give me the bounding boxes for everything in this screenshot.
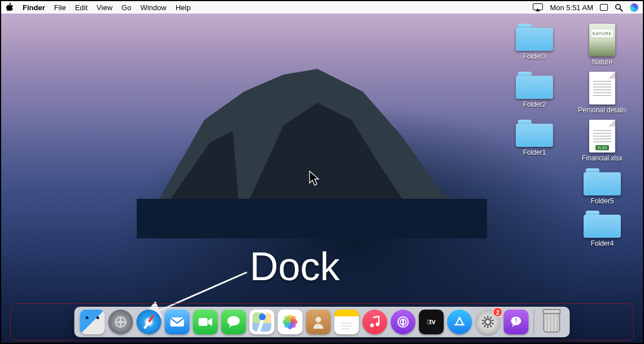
svg-marker-1 xyxy=(159,69,453,199)
svg-line-37 xyxy=(482,323,484,324)
dock-facetime-icon[interactable] xyxy=(193,310,218,334)
desktop-icon-folder4[interactable]: Folder4 xyxy=(568,211,636,247)
spreadsheet-file-icon: XLSX xyxy=(589,120,615,153)
svg-point-23 xyxy=(370,324,373,327)
svg-point-29 xyxy=(485,319,491,325)
battery-icon[interactable] xyxy=(600,4,608,11)
svg-line-32 xyxy=(491,320,494,321)
dock-launchpad-icon[interactable] xyxy=(108,310,133,334)
folder-icon xyxy=(516,24,553,51)
menu-file[interactable]: File xyxy=(54,3,66,12)
dock-music-icon[interactable] xyxy=(363,310,388,334)
svg-point-19 xyxy=(316,317,321,323)
dock-tv-icon[interactable]: tv xyxy=(419,310,444,334)
menu-edit[interactable]: Edit xyxy=(75,3,88,12)
dock-maps-icon[interactable] xyxy=(250,310,275,334)
svg-point-17 xyxy=(228,316,240,326)
svg-marker-18 xyxy=(229,324,233,328)
document-file-icon xyxy=(589,72,615,104)
dock-feedback-icon[interactable]: ! xyxy=(504,310,529,334)
desktop-icon-label: Financial.xlsx xyxy=(582,155,623,162)
svg-line-34 xyxy=(490,325,491,327)
desktop-icon-folder5[interactable]: Folder5 xyxy=(568,168,636,205)
desktop-icons-area: Folder3NATURENatureFolder2Personal detai… xyxy=(501,24,636,247)
folder-icon xyxy=(516,120,553,147)
svg-line-36 xyxy=(484,325,485,327)
svg-line-33 xyxy=(491,323,494,324)
svg-marker-3 xyxy=(171,131,238,199)
dock-messages-icon[interactable] xyxy=(221,310,246,334)
svg-marker-0 xyxy=(137,199,487,238)
menu-clock[interactable]: Mon 5:51 AM xyxy=(550,3,593,12)
mouse-cursor-icon xyxy=(309,171,321,186)
dock-mail-icon[interactable] xyxy=(165,310,190,334)
menu-view[interactable]: View xyxy=(97,3,112,12)
desktop-icon-personal-details[interactable]: Personal details xyxy=(568,72,636,114)
svg-point-27 xyxy=(402,320,404,322)
desktop-icon-folder3[interactable]: Folder3 xyxy=(501,24,568,66)
menu-bar: Finder File Edit View Go Window Help Mon… xyxy=(1,1,643,14)
dock-photos-icon[interactable] xyxy=(278,310,303,334)
svg-line-7 xyxy=(620,8,623,11)
svg-marker-41 xyxy=(512,324,516,327)
macos-desktop[interactable]: Finder File Edit View Go Window Help Mon… xyxy=(0,0,644,344)
desktop-icon-folder1[interactable]: Folder1 xyxy=(501,120,568,162)
dock-podcasts-icon[interactable] xyxy=(391,310,416,334)
svg-line-39 xyxy=(484,317,485,319)
dock-notes-icon[interactable] xyxy=(334,310,359,334)
desktop-icon-label: Folder2 xyxy=(523,101,546,108)
svg-point-24 xyxy=(376,323,379,326)
desktop-icon-label: Personal details xyxy=(578,107,626,114)
siri-icon[interactable] xyxy=(630,3,638,12)
folder-icon xyxy=(584,211,621,238)
dock-appstore-icon[interactable] xyxy=(447,310,472,334)
annotation-text: Dock xyxy=(250,244,340,289)
svg-rect-28 xyxy=(402,322,404,326)
desktop-icon-label: Folder3 xyxy=(523,53,546,60)
menu-help[interactable]: Help xyxy=(176,3,191,12)
menu-app-name[interactable]: Finder xyxy=(23,3,45,12)
dock-badge: 2 xyxy=(493,307,503,317)
apple-menu-icon[interactable] xyxy=(6,3,14,12)
desktop-icon-label: Nature xyxy=(592,59,612,66)
desktop-icon-nature[interactable]: NATURENature xyxy=(568,24,636,66)
dock-contacts-icon[interactable] xyxy=(306,310,331,334)
menu-window[interactable]: Window xyxy=(140,3,166,12)
annotation-dock-label: Dock xyxy=(148,244,430,309)
menu-go[interactable]: Go xyxy=(121,3,131,12)
desktop-icon-label: Folder4 xyxy=(591,240,614,247)
svg-line-9 xyxy=(156,272,247,312)
folder-icon xyxy=(516,72,553,99)
dock-safari-icon[interactable] xyxy=(137,310,162,334)
dock-separator xyxy=(534,310,534,334)
dock-finder-icon[interactable] xyxy=(80,310,105,334)
svg-marker-10 xyxy=(310,171,319,185)
desktop-icon-label: Folder5 xyxy=(591,198,614,205)
dock: tv2! xyxy=(75,307,570,337)
folder-icon xyxy=(584,168,621,195)
wallpaper-island xyxy=(137,52,487,238)
screen-mirroring-icon[interactable] xyxy=(533,3,543,11)
svg-marker-2 xyxy=(250,103,402,199)
svg-line-38 xyxy=(482,320,484,321)
svg-line-31 xyxy=(490,317,491,319)
dock-trash-icon[interactable] xyxy=(539,310,564,334)
desktop-icon-label: Folder1 xyxy=(523,149,546,156)
spotlight-icon[interactable] xyxy=(615,3,623,12)
image-file-icon: NATURE xyxy=(589,24,615,56)
desktop-icon-financial-xlsx[interactable]: XLSXFinancial.xlsx xyxy=(568,120,636,162)
svg-marker-16 xyxy=(208,318,212,326)
desktop-icon-folder2[interactable]: Folder2 xyxy=(501,72,568,114)
dock-settings-icon[interactable]: 2 xyxy=(476,310,501,334)
svg-rect-15 xyxy=(199,318,208,326)
svg-text:!: ! xyxy=(515,317,517,324)
svg-point-6 xyxy=(616,4,620,8)
svg-rect-14 xyxy=(171,317,184,326)
